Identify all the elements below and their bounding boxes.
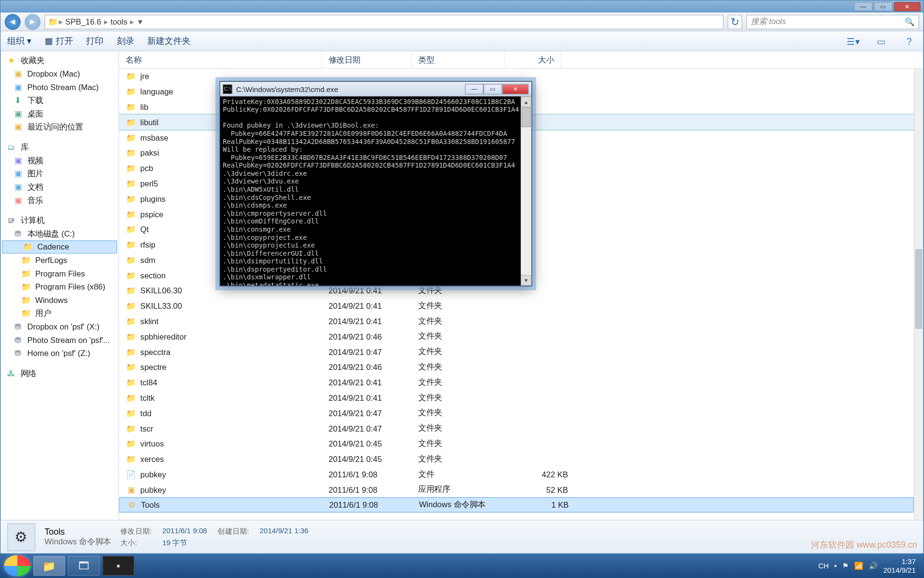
sidebar-item[interactable]: 📁Program Files xyxy=(0,267,118,280)
maximize-button[interactable]: ▭ xyxy=(874,2,893,11)
sidebar-item[interactable]: ⛃Home on 'psf' (Z:) xyxy=(0,347,118,360)
col-date[interactable]: 修改日期 xyxy=(322,51,412,68)
sidebar-item[interactable]: ⛃Dropbox on 'psf' (X:) xyxy=(0,320,118,334)
sidebar-item[interactable]: ▣音乐 xyxy=(0,194,118,207)
sidebar-favorites[interactable]: ★收藏夹 xyxy=(0,54,118,67)
breadcrumb-tools[interactable]: tools xyxy=(108,17,130,26)
refresh-button[interactable]: ↻ xyxy=(728,14,742,29)
file-type: Windows 命令脚本 xyxy=(419,499,512,511)
sidebar-item[interactable]: ▣视频 xyxy=(0,154,118,167)
file-row[interactable]: 📁tscr2014/9/21 0:47文件夹 xyxy=(119,420,913,436)
file-icon: 📁 xyxy=(126,438,136,449)
minimize-button[interactable]: — xyxy=(854,2,873,11)
file-icon: 📁 xyxy=(126,316,136,327)
sidebar-network[interactable]: 🖧网络 xyxy=(0,367,118,380)
file-icon: 📁 xyxy=(126,193,136,204)
file-row[interactable]: ⚙Tools2011/6/1 9:08Windows 命令脚本1 KB xyxy=(119,497,913,512)
tray-action-center-icon[interactable]: ⚑ xyxy=(842,562,849,570)
address-bar[interactable]: 📁 ▸ SPB_16.6 ▸ tools ▸ ▾ xyxy=(45,14,724,29)
sidebar-item-drive-c[interactable]: ⛃本地磁盘 (C:) xyxy=(0,227,118,240)
sidebar-item-cadence[interactable]: 📁Cadence xyxy=(2,240,117,254)
file-icon: 📁 xyxy=(126,362,136,372)
chevron-icon: ▸ xyxy=(130,17,134,26)
open-button[interactable]: ▦打开 xyxy=(45,35,73,47)
file-name: plugins xyxy=(141,194,166,203)
scroll-thumb[interactable] xyxy=(915,249,923,329)
file-row[interactable]: 📁spbhiereditor2014/9/21 0:46文件夹 xyxy=(119,329,913,344)
breadcrumb-spb[interactable]: SPB_16.6 xyxy=(63,17,104,26)
tray-flag-icon[interactable]: ▪ xyxy=(834,562,836,570)
file-row[interactable]: 📄pubkey2011/6/1 9:08文件422 KB xyxy=(119,467,913,482)
sidebar-item[interactable]: 📁Program Files (x86) xyxy=(0,280,118,294)
start-button[interactable] xyxy=(4,555,30,577)
address-dropdown[interactable]: ▾ xyxy=(134,17,146,26)
file-row[interactable]: 📁sklint2014/9/21 0:41文件夹 xyxy=(119,314,913,329)
taskbar-app[interactable]: 🗔 xyxy=(68,556,100,576)
file-date: 2014/9/21 0:46 xyxy=(329,332,419,341)
cmd-minimize-button[interactable]: — xyxy=(465,83,484,94)
sidebar-item[interactable]: ▣文档 xyxy=(0,181,118,194)
file-icon: 📁 xyxy=(126,209,136,219)
sidebar-item[interactable]: ⬇下载 xyxy=(0,94,118,107)
burn-button[interactable]: 刻录 xyxy=(117,35,134,47)
file-icon: 📁 xyxy=(126,255,136,265)
file-row[interactable]: 📁spectre2014/9/21 0:46文件夹 xyxy=(119,359,913,375)
cmd-close-button[interactable]: ✕ xyxy=(502,83,528,94)
tray-clock[interactable]: 1:372014/9/21 xyxy=(883,557,916,575)
sidebar-item[interactable]: ▣图片 xyxy=(0,167,118,181)
close-button[interactable]: ✕ xyxy=(894,2,920,11)
cmd-scrollbar[interactable]: ▲ ▼ xyxy=(521,96,531,285)
file-row[interactable]: 📁tcl842014/9/21 0:41文件夹 xyxy=(119,375,913,390)
sidebar-item[interactable]: 📁Windows xyxy=(0,293,118,307)
sidebar-libraries[interactable]: 🗂库 xyxy=(0,141,118,154)
forward-button[interactable]: ► xyxy=(25,13,40,29)
taskbar-cmd[interactable]: ▪ xyxy=(103,556,134,576)
search-input[interactable]: 搜索 tools 🔍 xyxy=(746,14,919,29)
cmd-maximize-button[interactable]: ▭ xyxy=(484,83,502,94)
sidebar-item[interactable]: ▣桌面 xyxy=(0,107,118,121)
search-icon: 🔍 xyxy=(905,17,915,26)
file-row[interactable]: 📁specctra2014/9/21 0:47文件夹 xyxy=(119,344,913,359)
scroll-thumb[interactable] xyxy=(521,107,530,127)
scroll-up-icon[interactable]: ▲ xyxy=(521,96,531,107)
col-size[interactable]: 大小 xyxy=(505,51,561,68)
file-row[interactable]: 📁SKILL33.002014/9/21 0:41文件夹 xyxy=(119,298,913,314)
folder-icon: 📁 xyxy=(48,16,59,27)
tray-network-icon[interactable]: 📶 xyxy=(854,562,863,570)
tray-volume-icon[interactable]: 🔊 xyxy=(869,562,878,570)
file-icon: 📁 xyxy=(126,393,136,403)
photo-icon: ▣ xyxy=(13,82,23,92)
open-icon: ▦ xyxy=(45,36,53,46)
sidebar-item[interactable]: ⛃Photo Stream on 'psf'... xyxy=(0,333,118,347)
preview-pane-button[interactable]: ▭ xyxy=(874,34,888,48)
cmd-titlebar[interactable]: C:\ C:\Windows\system32\cmd.exe — ▭ ✕ xyxy=(220,82,531,96)
file-date: 2014/9/21 0:47 xyxy=(329,424,419,433)
file-date: 2014/9/21 0:41 xyxy=(329,301,419,310)
sidebar-item[interactable]: ▣Dropbox (Mac) xyxy=(0,67,118,81)
video-icon: ▣ xyxy=(13,155,23,166)
file-row[interactable]: 📁xerces2014/9/21 0:45文件夹 xyxy=(119,451,913,467)
view-mode-button[interactable]: ☰▾ xyxy=(846,34,860,48)
col-type[interactable]: 类型 xyxy=(411,51,504,68)
taskbar-explorer[interactable]: 📁 xyxy=(33,556,65,576)
sidebar-item[interactable]: ▣最近访问的位置 xyxy=(0,120,118,134)
new-folder-button[interactable]: 新建文件夹 xyxy=(147,35,191,47)
file-row[interactable]: 📁tcltk2014/9/21 0:41文件夹 xyxy=(119,390,913,406)
back-button[interactable]: ◄ xyxy=(5,13,21,29)
print-button[interactable]: 打印 xyxy=(86,35,103,47)
scroll-down-icon[interactable]: ▼ xyxy=(521,275,531,286)
tray-ime[interactable]: CH xyxy=(818,562,829,570)
file-row[interactable]: 📁tdd2014/9/21 0:47文件夹 xyxy=(119,406,913,421)
scrollbar[interactable] xyxy=(914,68,923,520)
file-row[interactable]: 📁virtuos2014/9/21 0:45文件夹 xyxy=(119,436,913,451)
col-name[interactable]: 名称 xyxy=(119,51,322,68)
sidebar-computer[interactable]: 🖳计算机 xyxy=(0,214,118,227)
sidebar-item[interactable]: 📁PerfLogs xyxy=(0,254,118,267)
download-icon: ⬇ xyxy=(13,95,23,106)
organize-button[interactable]: 组织 ▾ xyxy=(7,35,32,47)
sidebar-item[interactable]: ▣Photo Stream (Mac) xyxy=(0,80,118,94)
file-row[interactable]: ▣pubkey2011/6/1 9:08应用程序52 KB xyxy=(119,482,913,498)
file-icon: 📁 xyxy=(126,270,136,280)
help-button[interactable]: ? xyxy=(902,34,916,48)
sidebar-item[interactable]: 📁用户 xyxy=(0,307,118,320)
